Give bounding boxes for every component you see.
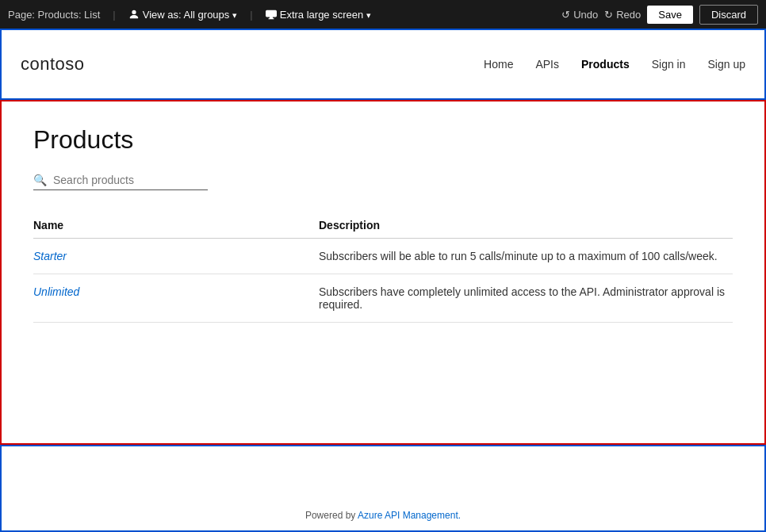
col-description: Description [319, 212, 733, 239]
col-name: Name [33, 212, 319, 239]
nav: Home APIs Products Sign in Sign up [484, 58, 745, 71]
logo: contoso [21, 54, 85, 75]
toolbar-right: ↺ Undo ↻ Redo Save Discard [561, 5, 758, 25]
search-box: 🔍 [33, 174, 208, 190]
product-link-unlimited[interactable]: Unlimited [33, 285, 79, 298]
product-desc-starter: Subscribers will be able to run 5 calls/… [319, 239, 733, 274]
products-table: Name Description Starter Subscribers wil… [33, 212, 733, 323]
page-title: Products [33, 125, 733, 155]
redo-button[interactable]: ↻ Redo [604, 9, 641, 21]
screen-size-selector[interactable]: Extra large screen [266, 9, 372, 21]
nav-products[interactable]: Products [581, 58, 630, 71]
nav-signin[interactable]: Sign in [652, 58, 686, 71]
view-chevron-icon [232, 9, 237, 21]
footer-section: Powered by Azure API Management. [0, 445, 766, 532]
save-button[interactable]: Save [647, 6, 693, 24]
nav-signup[interactable]: Sign up [708, 58, 745, 71]
toolbar-left: Page: Products: List | View as: All grou… [8, 9, 549, 21]
separator-1: | [113, 9, 115, 21]
search-input[interactable] [53, 174, 196, 186]
product-link-starter[interactable]: Starter [33, 250, 67, 262]
separator-2: | [250, 9, 252, 21]
view-as-selector[interactable]: View as: All groups [128, 9, 238, 21]
footer-powered-by: Powered by [305, 510, 358, 521]
search-icon: 🔍 [33, 174, 47, 186]
footer-link[interactable]: Azure API Management. [358, 510, 461, 521]
footer-text: Powered by Azure API Management. [305, 510, 461, 521]
screen-chevron-icon [366, 9, 371, 21]
users-icon [128, 9, 140, 20]
table-header-row: Name Description [33, 212, 733, 239]
table-row: Unlimited Subscribers have completely un… [33, 274, 733, 323]
undo-icon: ↺ [561, 9, 570, 21]
content-section: Products 🔍 Name Description Starter Subs… [0, 100, 766, 445]
redo-icon: ↻ [604, 9, 613, 21]
table-row: Starter Subscribers will be able to run … [33, 239, 733, 274]
product-name-unlimited: Unlimited [33, 274, 319, 323]
discard-button[interactable]: Discard [699, 5, 758, 25]
page-label: Page: Products: List [8, 9, 100, 21]
undo-button[interactable]: ↺ Undo [561, 9, 598, 21]
nav-home[interactable]: Home [484, 58, 513, 71]
redo-label: Redo [616, 9, 641, 21]
view-as-label: View as: All groups [143, 9, 230, 21]
page-wrapper: contoso Home APIs Products Sign in Sign … [0, 29, 766, 532]
header-section: contoso Home APIs Products Sign in Sign … [0, 29, 766, 100]
toolbar: Page: Products: List | View as: All grou… [0, 0, 766, 29]
screen-label: Extra large screen [280, 9, 364, 21]
monitor-icon [266, 9, 277, 20]
product-desc-unlimited: Subscribers have completely unlimited ac… [319, 274, 733, 323]
undo-label: Undo [573, 9, 598, 21]
nav-apis[interactable]: APIs [535, 58, 559, 71]
product-name-starter: Starter [33, 239, 319, 274]
